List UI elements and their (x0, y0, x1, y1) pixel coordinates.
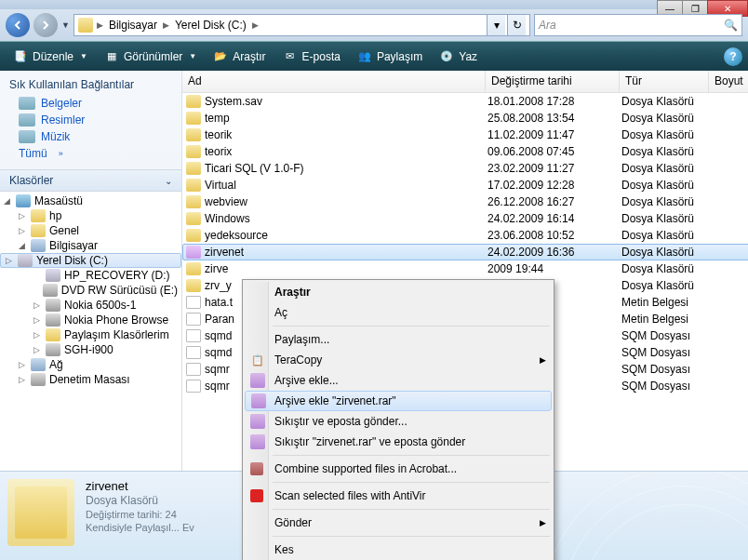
cm-explore[interactable]: Araştır (245, 282, 552, 302)
tree-dvd[interactable]: DVD RW Sürücüsü (E:) (0, 283, 181, 298)
explore-button[interactable]: 📂 Araştır (206, 47, 273, 67)
tree-computer[interactable]: ◢Bilgisayar (0, 238, 181, 253)
expand-icon[interactable]: ▷ (32, 330, 42, 340)
file-type: Dosya Klasörü (621, 145, 711, 158)
burn-button[interactable]: 💿 Yaz (432, 47, 485, 67)
tree-desktop[interactable]: ◢Masaüstü (0, 193, 181, 208)
menu-separator (273, 326, 550, 327)
file-row[interactable]: Ticari SQL (V 1.0-F)23.02.2009 11:27Dosy… (182, 160, 748, 177)
breadcrumb[interactable]: ▶ Bilgisayar ▶ Yerel Disk (C:) ▶ ▾ ↻ (73, 14, 530, 36)
search-placeholder: Ara (539, 19, 556, 32)
cm-compress-email[interactable]: Sıkıştır ve eposta gönder... (245, 411, 552, 432)
file-row[interactable]: yedeksource23.06.2008 10:52Dosya Klasörü (182, 227, 748, 244)
chevron-right-icon[interactable]: ▶ (163, 20, 169, 30)
fav-pictures[interactable]: Resimler (0, 112, 181, 128)
cm-send[interactable]: Gönder▶ (245, 513, 552, 533)
tree-drive-d[interactable]: HP_RECOVERY (D:) (0, 268, 181, 283)
tree-control-panel[interactable]: ▷Denetim Masası (0, 372, 181, 387)
expand-icon[interactable]: ▷ (32, 345, 42, 354)
collapse-icon[interactable]: ◢ (2, 196, 12, 206)
tree-network[interactable]: ▷Ağ (0, 357, 181, 372)
help-button[interactable]: ? (724, 47, 742, 66)
menu-separator (273, 536, 550, 537)
expand-icon[interactable]: ▷ (17, 226, 27, 235)
collapse-icon[interactable]: ◢ (17, 241, 27, 250)
device-icon (46, 313, 60, 327)
col-size[interactable]: Boyut (709, 71, 748, 92)
breadcrumb-dropdown[interactable]: ▾ (487, 15, 505, 35)
chevron-right-icon[interactable]: ▶ (252, 20, 259, 30)
tree-genel[interactable]: ▷Genel (0, 223, 181, 238)
file-row[interactable]: temp25.08.2008 13:54Dosya Klasörü (182, 110, 748, 127)
file-row[interactable]: zirvenet24.02.2009 16:36Dosya Klasörü (182, 244, 748, 260)
share-button[interactable]: 👥 Paylaşım (350, 47, 430, 67)
file-row[interactable]: System.sav18.01.2008 17:28Dosya Klasörü (182, 93, 748, 110)
cm-label: Gönder (274, 516, 312, 529)
file-row[interactable]: teorik11.02.2009 11:47Dosya Klasörü (182, 127, 748, 143)
antivir-icon (250, 489, 263, 502)
file-date: 2009 19:44 (488, 262, 621, 275)
folders-header[interactable]: Klasörler ⌄ (0, 169, 181, 192)
file-date: 24.02.2009 16:36 (488, 246, 621, 259)
cm-antivir[interactable]: Scan selected files with AntiVir (245, 486, 552, 506)
chevron-right-icon[interactable]: ▶ (97, 20, 103, 30)
fav-more[interactable]: Tümü» (0, 145, 181, 162)
cm-add-archive[interactable]: Arşive ekle... (245, 370, 552, 391)
views-icon: ▦ (104, 49, 119, 64)
tree-nokia-browser[interactable]: ▷Nokia Phone Browse (0, 313, 181, 327)
expand-icon[interactable]: ▷ (4, 256, 14, 265)
search-icon[interactable]: 🔍 (724, 19, 738, 32)
file-row[interactable]: Virtual17.02.2009 12:28Dosya Klasörü (182, 177, 748, 193)
history-dropdown[interactable]: ▼ (61, 20, 70, 30)
cm-acrobat[interactable]: Combine supported files in Acrobat... (245, 459, 552, 479)
expand-icon[interactable]: ▷ (32, 315, 42, 325)
cm-add-archive-named[interactable]: Arşive ekle "zirvenet.rar" (245, 391, 552, 411)
folder-icon (186, 128, 201, 141)
folder-icon (31, 209, 46, 222)
cm-label: TeraCopy (274, 353, 322, 367)
cm-sharing[interactable]: Paylaşım... (245, 329, 552, 350)
back-button[interactable] (6, 13, 30, 37)
breadcrumb-computer[interactable]: Bilgisayar (105, 19, 161, 32)
expand-icon[interactable]: ▷ (32, 300, 42, 310)
email-button[interactable]: ✉ E-posta (275, 47, 348, 67)
fav-documents[interactable]: Belgeler (0, 95, 181, 112)
burn-label: Yaz (459, 50, 477, 63)
drive-icon (46, 269, 60, 282)
col-name[interactable]: Ad (182, 71, 486, 92)
left-panel: Sık Kullanılan Bağlantılar Belgeler Resi… (0, 71, 182, 471)
file-row[interactable]: zirve2009 19:44Dosya Klasörü (182, 260, 748, 277)
file-type: Metin Belgesi (621, 313, 711, 326)
share-label: Paylaşım (377, 50, 422, 63)
tree-nokia6500[interactable]: ▷Nokia 6500s-1 (0, 298, 181, 313)
expand-icon[interactable]: ▷ (17, 360, 27, 369)
fav-music[interactable]: Müzik (0, 128, 181, 145)
forward-button[interactable] (33, 13, 58, 37)
expand-icon[interactable]: ▷ (17, 211, 27, 220)
network-icon (31, 358, 46, 371)
views-button[interactable]: ▦ Görünümler ▼ (97, 47, 204, 67)
col-date[interactable]: Değiştirme tarihi (486, 71, 620, 92)
tree-shares[interactable]: ▷Paylaşım Klasörlerim (0, 327, 181, 342)
tree-sgh[interactable]: ▷SGH-i900 (0, 342, 181, 357)
file-type: Dosya Klasörü (621, 128, 711, 141)
expand-icon[interactable]: ▷ (17, 375, 27, 384)
search-input[interactable]: Ara 🔍 (534, 14, 742, 36)
file-type: Dosya Klasörü (621, 279, 711, 292)
file-name: teorix (205, 145, 488, 158)
tree-hp[interactable]: ▷hp (0, 208, 181, 223)
cm-cut[interactable]: Kes (245, 540, 552, 560)
file-row[interactable]: teorix09.06.2008 07:45Dosya Klasörü (182, 143, 748, 160)
tree-drive-c[interactable]: ▷Yerel Disk (C:) (0, 253, 181, 268)
cm-open[interactable]: Aç (245, 302, 552, 323)
file-row[interactable]: webview26.12.2008 16:27Dosya Klasörü (182, 193, 748, 210)
file-row[interactable]: Windows24.02.2009 16:14Dosya Klasörü (182, 210, 748, 227)
breadcrumb-drive-c[interactable]: Yerel Disk (C:) (171, 19, 250, 32)
cm-teracopy[interactable]: 📋TeraCopy▶ (245, 350, 552, 370)
chevron-right-icon: » (59, 149, 63, 158)
organize-button[interactable]: 📑 Düzenle ▼ (6, 47, 95, 67)
cm-compress-named-email[interactable]: Sıkıştır "zirvenet.rar" ve eposta gönder (245, 432, 552, 452)
col-type[interactable]: Tür (620, 71, 709, 92)
refresh-button[interactable]: ↻ (507, 15, 526, 35)
rar-icon (251, 393, 266, 408)
